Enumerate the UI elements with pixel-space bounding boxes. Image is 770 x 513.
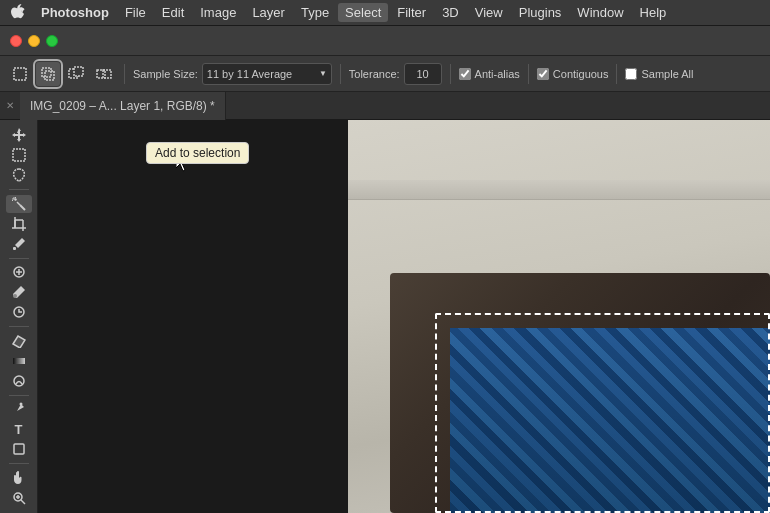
menu-edit[interactable]: Edit — [155, 3, 191, 22]
tab-bar: ✕ IMG_0209 – A... Layer 1, RGB/8) * — [0, 92, 770, 120]
svg-rect-26 — [13, 358, 25, 364]
picture-frame-container — [350, 273, 770, 513]
toolbar-separator-2 — [340, 64, 341, 84]
new-selection-button[interactable] — [8, 62, 32, 86]
toolbox: T — [0, 120, 38, 513]
tool-zoom[interactable] — [6, 489, 32, 507]
title-bar — [0, 26, 770, 56]
contiguous-checkbox[interactable] — [537, 68, 549, 80]
svg-rect-2 — [45, 71, 54, 80]
canvas-image-region — [348, 120, 770, 513]
menu-bar: Photoshop File Edit Image Layer Type Sel… — [0, 0, 770, 26]
tab-close-button[interactable]: ✕ — [0, 92, 20, 120]
menu-layer[interactable]: Layer — [245, 3, 292, 22]
svg-line-10 — [17, 202, 20, 205]
tool-brush[interactable] — [6, 283, 32, 301]
menu-3d[interactable]: 3D — [435, 3, 466, 22]
tool-shape[interactable] — [6, 440, 32, 458]
sample-size-value: 11 by 11 Average — [207, 68, 292, 80]
tool-magic-wand[interactable] — [6, 195, 32, 213]
menu-type[interactable]: Type — [294, 3, 336, 22]
tool-lasso[interactable] — [6, 166, 32, 184]
svg-point-28 — [19, 403, 22, 406]
svg-rect-6 — [103, 70, 111, 78]
main-content: T — [0, 120, 770, 513]
anti-alias-checkbox[interactable] — [459, 68, 471, 80]
svg-point-24 — [13, 294, 17, 298]
svg-line-12 — [15, 197, 16, 198]
anti-alias-group: Anti-alias — [459, 68, 520, 80]
menu-window[interactable]: Window — [570, 3, 630, 22]
svg-line-31 — [21, 500, 25, 504]
svg-line-8 — [20, 205, 25, 210]
svg-rect-7 — [13, 149, 25, 161]
contiguous-group: Contiguous — [537, 68, 609, 80]
menu-help[interactable]: Help — [633, 3, 674, 22]
toolbar-separator-5 — [616, 64, 617, 84]
cursor — [176, 152, 192, 172]
toolbar-separator-1 — [124, 64, 125, 84]
apple-menu[interactable] — [8, 2, 28, 24]
menu-file[interactable]: File — [118, 3, 153, 22]
close-button[interactable] — [10, 35, 22, 47]
menu-plugins[interactable]: Plugins — [512, 3, 569, 22]
tool-rect-select[interactable] — [6, 146, 32, 164]
tool-clone[interactable] — [6, 303, 32, 321]
dropdown-arrow-icon: ▼ — [319, 69, 327, 78]
menu-image[interactable]: Image — [193, 3, 243, 22]
sample-all-checkbox[interactable] — [625, 68, 637, 80]
artwork — [450, 328, 770, 513]
intersect-selection-button[interactable] — [92, 62, 116, 86]
svg-rect-1 — [42, 68, 51, 77]
canvas-area[interactable]: Add to selection — [38, 120, 770, 513]
sample-all-label: Sample All — [641, 68, 693, 80]
tool-hand[interactable] — [6, 469, 32, 487]
ceiling-edge — [348, 180, 770, 200]
tool-separator-4 — [9, 395, 29, 396]
svg-rect-5 — [97, 70, 105, 78]
contiguous-label: Contiguous — [553, 68, 609, 80]
svg-rect-20 — [13, 247, 16, 250]
tolerance-input[interactable] — [404, 63, 442, 85]
options-toolbar: Sample Size: 11 by 11 Average ▼ Toleranc… — [0, 56, 770, 92]
toolbar-separator-4 — [528, 64, 529, 84]
artwork-image — [450, 328, 770, 513]
menu-filter[interactable]: Filter — [390, 3, 433, 22]
tool-separator-3 — [9, 326, 29, 327]
tool-eraser[interactable] — [6, 332, 32, 350]
svg-line-14 — [12, 200, 13, 201]
anti-alias-label: Anti-alias — [475, 68, 520, 80]
document-tab[interactable]: IMG_0209 – A... Layer 1, RGB/8) * — [20, 92, 226, 120]
tool-crop[interactable] — [6, 215, 32, 233]
traffic-lights — [10, 35, 58, 47]
svg-rect-4 — [74, 67, 83, 76]
tool-move[interactable] — [6, 126, 32, 144]
tolerance-label: Tolerance: — [349, 68, 400, 80]
add-to-selection-button[interactable] — [36, 62, 60, 86]
fullscreen-button[interactable] — [46, 35, 58, 47]
tool-blur[interactable] — [6, 372, 32, 390]
minimize-button[interactable] — [28, 35, 40, 47]
tool-eyedropper[interactable] — [6, 235, 32, 253]
tolerance-group: Tolerance: — [349, 63, 442, 85]
svg-rect-29 — [14, 444, 24, 454]
canvas-dark-region — [38, 120, 348, 513]
tool-healing[interactable] — [6, 263, 32, 281]
tool-separator-5 — [9, 463, 29, 464]
menu-select[interactable]: Select — [338, 3, 388, 22]
subtract-from-selection-button[interactable] — [64, 62, 88, 86]
menu-photoshop[interactable]: Photoshop — [34, 3, 116, 22]
sample-size-dropdown[interactable]: 11 by 11 Average ▼ — [202, 63, 332, 85]
tool-pen[interactable] — [6, 400, 32, 418]
sample-size-label: Sample Size: — [133, 68, 198, 80]
tool-gradient[interactable] — [6, 352, 32, 370]
menu-view[interactable]: View — [468, 3, 510, 22]
svg-rect-0 — [14, 68, 26, 80]
tool-text[interactable]: T — [6, 420, 32, 438]
tool-separator-2 — [9, 258, 29, 259]
toolbar-separator-3 — [450, 64, 451, 84]
tool-separator-1 — [9, 189, 29, 190]
sample-all-group: Sample All — [625, 68, 693, 80]
